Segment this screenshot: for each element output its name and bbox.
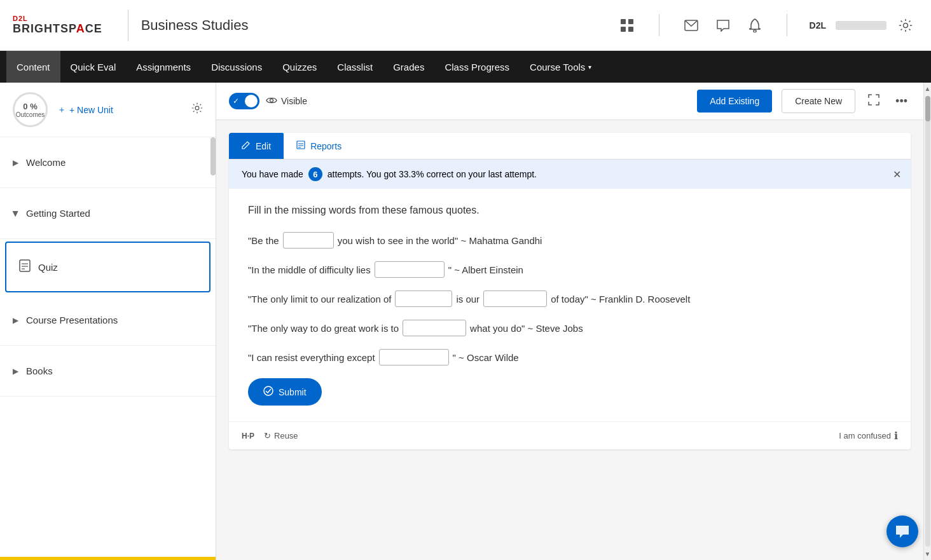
outcomes-pct: 0 % (23, 102, 37, 111)
chevron-right-icon-2: ▶ (13, 316, 18, 325)
visible-text: Visible (281, 96, 307, 106)
confused-label: I am confused (839, 431, 891, 440)
quote3-before: "The only limit to our realization of (248, 294, 391, 304)
tab-reports-label: Reports (310, 141, 341, 151)
scroll-up-arrow[interactable]: ▲ (925, 83, 931, 95)
chat-fab-button[interactable] (886, 516, 918, 547)
svg-rect-1 (628, 19, 633, 24)
quiz-footer: H·P ↻ Reuse I am confused ℹ (229, 421, 911, 449)
tab-reports[interactable]: Reports (284, 133, 354, 159)
sidebar-item-getting-started[interactable]: ▶ Getting Started (0, 188, 216, 239)
sidebar-item-getting-started-label: Getting Started (26, 208, 90, 219)
nav-course-tools[interactable]: Course Tools ▾ (520, 51, 602, 83)
close-banner-button[interactable]: ✕ (893, 168, 901, 181)
quiz-content: Edit Reports (216, 120, 923, 560)
edit-pencil-icon (242, 140, 251, 151)
sidebar-top: 0 % Outcomes ＋ + New Unit (0, 83, 216, 137)
create-new-button[interactable]: Create New (782, 89, 855, 113)
toggle-check-icon: ✓ (233, 97, 239, 106)
sidebar-scroll-thumb (210, 137, 216, 175)
expand-button[interactable] (865, 91, 883, 112)
svg-point-6 (904, 23, 908, 27)
scrollbar-thumb (925, 96, 930, 121)
quote-line-2: "In the middle of difficulty lies " ~ Al… (248, 261, 892, 278)
nav-classlist[interactable]: Classlist (327, 51, 383, 83)
scroll-down-arrow[interactable]: ▼ (925, 548, 931, 560)
nav-class-progress[interactable]: Class Progress (434, 51, 520, 83)
quote2-before: "In the middle of difficulty lies (248, 264, 371, 275)
chat-bubble-icon[interactable] (710, 13, 736, 38)
quiz-document-icon (19, 259, 31, 275)
quote3-after: of today" ~ Franklin D. Roosevelt (551, 294, 690, 304)
quote3-middle: is our (456, 294, 479, 304)
quote2-input[interactable] (375, 261, 445, 278)
sidebar-gear-button[interactable] (191, 102, 203, 117)
quote1-after: you wish to see in the world" ~ Mahatma … (338, 235, 542, 246)
logo: D2L BRIGHTSPACE (13, 15, 102, 36)
attempts-count-badge: 6 (308, 167, 322, 181)
sidebar-item-course-presentations[interactable]: ▶ Course Presentations (0, 295, 216, 346)
user-name-blurred (836, 21, 886, 30)
submit-check-icon (263, 386, 273, 398)
svg-rect-8 (20, 260, 30, 271)
quiz-body: Fill in the missing words from these fam… (229, 189, 911, 421)
new-unit-label: + New Unit (69, 105, 113, 115)
bell-icon[interactable] (742, 13, 768, 38)
quote3-input1[interactable] (395, 290, 452, 307)
chevron-right-icon: ▶ (13, 158, 18, 167)
svg-rect-2 (621, 27, 626, 32)
quote1-before: "Be the (248, 235, 279, 246)
quote4-input[interactable] (403, 320, 466, 336)
quote5-before: "I can resist everything except (248, 352, 375, 363)
submit-button[interactable]: Submit (248, 378, 322, 406)
visible-label: Visible (266, 96, 307, 107)
svg-point-5 (754, 30, 756, 32)
quote-line-4: "The only way to do great work is to wha… (248, 320, 892, 336)
svg-point-17 (264, 386, 273, 395)
main-toolbar: ✓ Visible Add Existing Create New (216, 83, 923, 120)
nav-quizzes[interactable]: Quizzes (272, 51, 327, 83)
quote3-input2[interactable] (483, 290, 547, 307)
nav-content[interactable]: Content (6, 51, 60, 83)
right-scrollbar: ▲ ▼ (923, 83, 931, 560)
more-options-button[interactable]: ••• (892, 92, 911, 111)
visible-toggle-switch[interactable]: ✓ (229, 93, 259, 109)
quote1-input[interactable] (283, 232, 334, 249)
nav-quick-eval[interactable]: Quick Eval (60, 51, 127, 83)
progress-bar (0, 557, 216, 560)
submit-label: Submit (279, 387, 307, 397)
quote5-input[interactable] (379, 349, 449, 365)
nav-discussions[interactable]: Discussions (201, 51, 272, 83)
svg-rect-0 (621, 19, 626, 24)
content-layout: 0 % Outcomes ＋ + New Unit ▶ Welcom (0, 83, 931, 560)
svg-point-7 (195, 106, 199, 110)
sidebar-item-quiz-label: Quiz (38, 262, 58, 273)
attempts-text-after: attempts. You got 33.3% correct on your … (328, 169, 537, 179)
quote-line-1: "Be the you wish to see in the world" ~ … (248, 232, 892, 249)
quote5-after: " ~ Oscar Wilde (453, 352, 519, 363)
sidebar-item-quiz[interactable]: Quiz (5, 242, 210, 292)
svg-point-12 (270, 99, 273, 102)
scrollbar-track (925, 96, 930, 547)
nav-assignments[interactable]: Assignments (126, 51, 201, 83)
settings-icon[interactable] (893, 13, 918, 38)
grid-icon[interactable] (614, 13, 640, 38)
sidebar-item-books[interactable]: ▶ Books (0, 346, 216, 397)
nav-grades[interactable]: Grades (383, 51, 434, 83)
quiz-panel: Edit Reports (229, 133, 911, 449)
sidebar-item-books-label: Books (26, 365, 53, 376)
tab-edit[interactable]: Edit (229, 133, 284, 159)
reuse-button[interactable]: ↻ Reuse (264, 431, 298, 440)
quiz-tabs: Edit Reports (229, 133, 911, 160)
confused-button[interactable]: I am confused ℹ (839, 430, 898, 442)
new-unit-button[interactable]: ＋ + New Unit (57, 104, 113, 116)
sidebar-item-welcome[interactable]: ▶ Welcome (0, 137, 216, 188)
d2l-user-label: D2L (810, 20, 826, 31)
mail-icon[interactable] (679, 13, 704, 38)
course-tools-label: Course Tools (530, 62, 585, 72)
outcomes-label: Outcomes (16, 111, 45, 118)
add-existing-button[interactable]: Add Existing (697, 90, 772, 113)
main-area: ✓ Visible Add Existing Create New (216, 83, 923, 560)
course-tools-chevron: ▾ (588, 64, 591, 71)
header-icons: D2L (614, 13, 918, 38)
